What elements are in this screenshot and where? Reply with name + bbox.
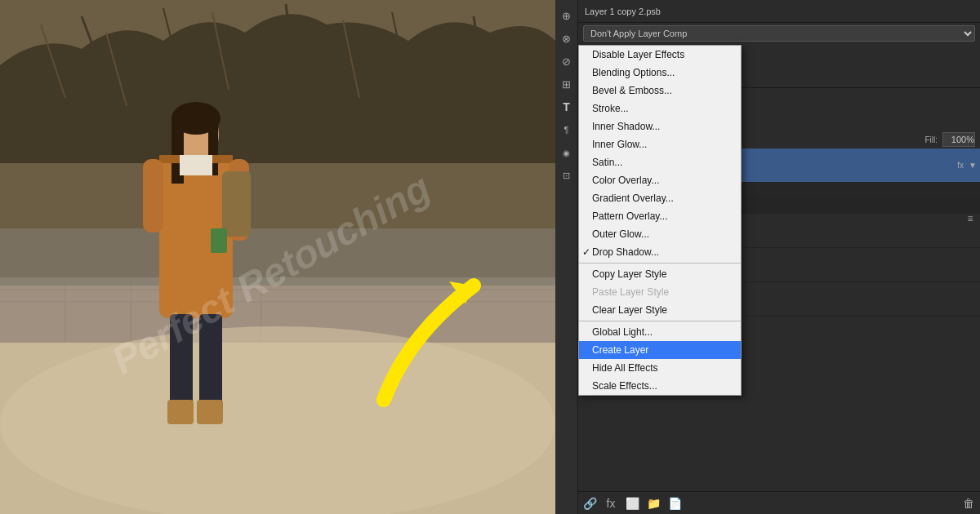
tool-select[interactable]: ⊗: [558, 29, 576, 47]
menu-item-hide_all_effects[interactable]: Hide All Effects: [579, 359, 741, 377]
photo-content: Perfect Retouching: [0, 0, 555, 514]
menu-item-paste_layer_style[interactable]: Paste Layer Style: [579, 283, 741, 301]
new-layer-btn[interactable]: 📄: [666, 495, 683, 512]
menu-item-scale_effects___[interactable]: Scale Effects...: [579, 377, 741, 395]
layer-comp-bar: Don't Apply Layer Comp: [578, 23, 980, 44]
tool-type[interactable]: T: [558, 98, 576, 116]
svg-point-20: [0, 326, 555, 514]
new-group-btn[interactable]: 📁: [645, 495, 662, 512]
menu-item-disable_layer_effects[interactable]: Disable Layer Effects: [579, 46, 741, 64]
link-layers-btn[interactable]: 🔗: [581, 495, 598, 512]
photoshop-ui: ⊕ ⊗ ⊘ ⊞ T ¶ ◉ ⊡ Layer 1 copy 2.psb Don't…: [555, 0, 980, 514]
menu-item-inner_glow___[interactable]: Inner Glow...: [579, 135, 741, 153]
file-name: Layer 1 copy 2.psb: [585, 7, 661, 16]
top-bar: Layer 1 copy 2.psb: [578, 0, 980, 23]
menu-item-gradient_overlay___[interactable]: Gradient Overlay...: [579, 189, 741, 207]
toolbar: ⊕ ⊗ ⊘ ⊞ T ¶ ◉ ⊡: [555, 0, 578, 514]
menu-separator: [579, 321, 741, 321]
svg-rect-33: [222, 171, 251, 237]
menu-item-bevel___emboss___[interactable]: Bevel & Emboss...: [579, 82, 741, 100]
fill-input[interactable]: [942, 132, 975, 147]
menu-item-blending_options___[interactable]: Blending Options...: [579, 64, 741, 82]
add-style-btn[interactable]: fx: [603, 495, 619, 512]
delete-layer-btn[interactable]: 🗑: [960, 495, 977, 512]
photo-area: Perfect Retouching: [0, 0, 555, 514]
menu-item-color_overlay___[interactable]: Color Overlay...: [579, 171, 741, 189]
menu-item-copy_layer_style[interactable]: Copy Layer Style: [579, 265, 741, 283]
layer-comp-dropdown[interactable]: Don't Apply Layer Comp: [583, 25, 975, 42]
tool-crop[interactable]: ⊞: [558, 75, 576, 93]
tool-smart[interactable]: ◉: [558, 144, 576, 162]
svg-rect-34: [180, 155, 212, 175]
svg-rect-31: [167, 400, 194, 424]
fill-label: Fill:: [924, 135, 938, 144]
menu-item-pattern_overlay___[interactable]: Pattern Overlay...: [579, 207, 741, 225]
panel-menu-btn[interactable]: ≡: [964, 212, 977, 225]
menu-separator: [579, 263, 741, 264]
add-mask-btn[interactable]: ⬜: [624, 495, 640, 512]
menu-item-satin___[interactable]: Satin...: [579, 153, 741, 171]
chevron-icon[interactable]: ▼: [969, 161, 977, 170]
svg-rect-27: [143, 159, 163, 233]
tool-lasso[interactable]: ⊘: [558, 52, 576, 70]
menu-item-inner_shadow___[interactable]: Inner Shadow...: [579, 117, 741, 135]
context-menu: Disable Layer EffectsBlending Options...…: [578, 45, 742, 396]
tool-paragraph[interactable]: ¶: [558, 121, 576, 139]
menu-item-stroke___[interactable]: Stroke...: [579, 100, 741, 117]
menu-item-outer_glow___[interactable]: Outer Glow...: [579, 225, 741, 243]
layer-controls: 🔗 fx ⬜ 📁 📄 🗑: [578, 491, 980, 514]
tool-3d[interactable]: ⊡: [558, 166, 576, 184]
fx-label: fx: [957, 161, 964, 170]
menu-item-create_layer[interactable]: Create Layer: [579, 341, 741, 359]
svg-rect-32: [197, 400, 223, 424]
right-panel: Layer 1 copy 2.psb Don't Apply Layer Com…: [578, 0, 980, 514]
svg-rect-35: [211, 228, 227, 253]
menu-item-global_light___[interactable]: Global Light...: [579, 323, 741, 341]
menu-item-drop_shadow___[interactable]: Drop Shadow...: [579, 243, 741, 261]
tool-move[interactable]: ⊕: [558, 7, 576, 24]
menu-item-clear_layer_style[interactable]: Clear Layer Style: [579, 301, 741, 319]
